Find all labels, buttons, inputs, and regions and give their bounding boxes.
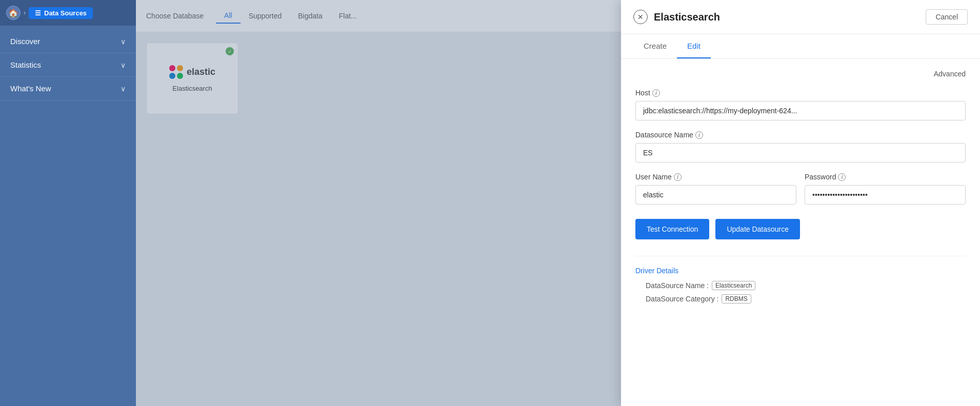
username-field-group: User Name i: [635, 173, 796, 205]
driver-list-item: DataSource Category : RDBMS: [646, 294, 966, 303]
close-button[interactable]: ✕: [633, 10, 648, 24]
datasource-name-input[interactable]: [635, 143, 966, 163]
sidebar-item-label: What's New: [10, 84, 51, 93]
host-input[interactable]: [635, 101, 966, 120]
host-field-group: Host i: [635, 89, 966, 120]
sidebar-item-label: Statistics: [10, 60, 41, 69]
sidebar-nav: Discover ∨ Statistics ∨ What's New ∨: [0, 26, 136, 406]
panel-body: Advanced Host i Datasource Name i: [621, 59, 980, 406]
advanced-link[interactable]: Advanced: [934, 70, 966, 78]
driver-details-list: DataSource Name : Elasticsearch DataSour…: [635, 281, 966, 303]
panel-title: Elasticsearch: [654, 11, 720, 23]
password-input[interactable]: [805, 185, 966, 205]
driver-item-value: RDBMS: [722, 294, 751, 303]
panel-header: ✕ Elasticsearch Cancel: [621, 0, 980, 34]
datasource-name-label: Datasource Name i: [635, 131, 966, 139]
driver-details-section: Driver Details DataSource Name : Elastic…: [635, 256, 966, 303]
driver-item-label: DataSource Name :: [646, 281, 709, 290]
driver-item-label: DataSource Category :: [646, 295, 718, 303]
driver-details-title: Driver Details: [635, 267, 966, 275]
main-content: Choose Database All Supported Bigdata Fl…: [136, 0, 980, 406]
sidebar-item-discover[interactable]: Discover ∨: [0, 30, 136, 53]
username-input[interactable]: [635, 185, 796, 205]
password-field-group: Password i: [805, 173, 966, 205]
datasource-name-field-group: Datasource Name i: [635, 131, 966, 163]
datasource-name-info-icon: i: [695, 131, 703, 139]
username-info-icon: i: [674, 173, 682, 181]
action-buttons: Test Connection Update Datasource: [635, 219, 966, 239]
sidebar-item-label: Discover: [10, 37, 40, 46]
test-connection-button[interactable]: Test Connection: [635, 219, 709, 239]
sidebar-item-statistics[interactable]: Statistics ∨: [0, 53, 136, 77]
password-info-icon: i: [838, 173, 846, 181]
breadcrumb-datasources[interactable]: ☰ Data Sources: [29, 7, 93, 19]
advanced-link-row: Advanced: [635, 69, 966, 78]
breadcrumb-label: Data Sources: [44, 9, 87, 17]
username-label: User Name i: [635, 173, 796, 181]
driver-item-value: Elasticsearch: [712, 281, 755, 290]
sidebar: 🏠 › ☰ Data Sources Discover ∨ Statistics…: [0, 0, 136, 406]
panel-tabs: Create Edit: [621, 34, 980, 59]
chevron-down-icon: ∨: [121, 37, 126, 46]
breadcrumb: 🏠 › ☰ Data Sources: [0, 0, 136, 26]
update-datasource-button[interactable]: Update Datasource: [715, 219, 800, 239]
home-icon[interactable]: 🏠: [6, 6, 21, 20]
password-label: Password i: [805, 173, 966, 181]
tab-create[interactable]: Create: [633, 34, 677, 58]
chevron-down-icon: ∨: [121, 85, 126, 93]
host-info-icon: i: [652, 89, 660, 97]
tab-edit[interactable]: Edit: [677, 34, 711, 58]
sidebar-item-whats-new[interactable]: What's New ∨: [0, 77, 136, 100]
side-panel: ✕ Elasticsearch Cancel Create Edit Advan…: [621, 0, 980, 406]
credentials-row: User Name i Password i: [635, 173, 966, 215]
breadcrumb-chevron: ›: [24, 9, 26, 16]
chevron-down-icon: ∨: [121, 61, 126, 69]
driver-list-item: DataSource Name : Elasticsearch: [646, 281, 966, 290]
panel-title-row: ✕ Elasticsearch: [633, 10, 720, 24]
host-label: Host i: [635, 89, 966, 97]
cancel-button[interactable]: Cancel: [926, 9, 968, 25]
